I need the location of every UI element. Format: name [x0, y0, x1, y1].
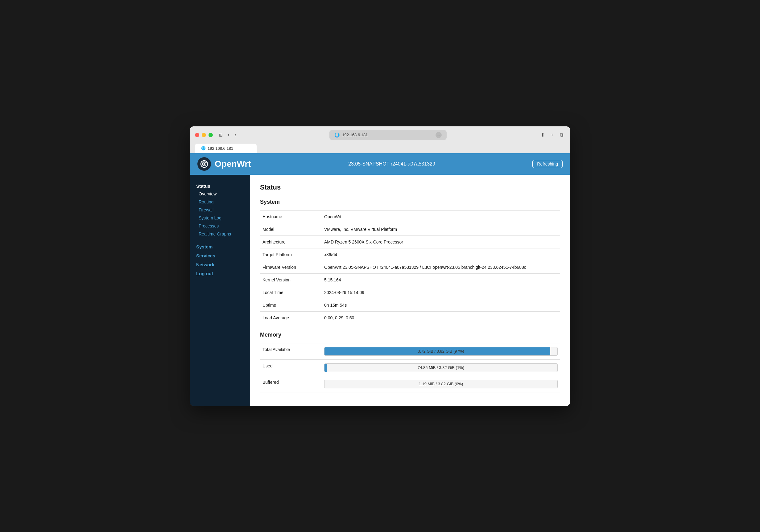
table-row: Buffered 1.19 MiB / 3.82 GiB (0%): [260, 376, 560, 392]
row-label: Hostname: [260, 210, 322, 223]
chevron-down-icon[interactable]: ▾: [226, 132, 231, 138]
table-row: ModelVMware, Inc. VMware Virtual Platfor…: [260, 223, 560, 236]
sidebar-system-heading[interactable]: System: [190, 242, 250, 250]
windows-button[interactable]: ⧉: [558, 130, 565, 140]
close-traffic-light[interactable]: [195, 133, 199, 137]
table-row: Total Available 3.72 GiB / 3.82 GiB (97%…: [260, 343, 560, 359]
globe-icon: 🌐: [334, 133, 340, 138]
browser-chrome: ⊞ ▾ ‹ 🌐 192.168.6.181 ··· ⬆ + ⧉ 🌐 192.16…: [190, 126, 570, 153]
row-value: 0h 15m 54s: [322, 299, 560, 311]
row-label: Architecture: [260, 236, 322, 248]
app-container: OpenWrt 23.05-SNAPSHOT r24041-a07a531329…: [190, 153, 570, 406]
row-label: Firmware Version: [260, 261, 322, 273]
row-label: Used: [260, 359, 322, 376]
address-bar-wrapper: 🌐 192.168.6.181 ···: [240, 130, 536, 140]
memory-bar-container: 1.19 MiB / 3.82 GiB (0%): [324, 380, 558, 388]
main-content: Status System HostnameOpenWrtModelVMware…: [250, 175, 570, 406]
fullscreen-traffic-light[interactable]: [209, 133, 213, 137]
row-label: Kernel Version: [260, 273, 322, 286]
table-row: Firmware VersionOpenWrt 23.05-SNAPSHOT r…: [260, 261, 560, 273]
traffic-lights: [195, 133, 213, 137]
table-row: Local Time2024-08-26 15:14:09: [260, 286, 560, 299]
app-body: Status Overview Routing Firewall System …: [190, 175, 570, 406]
row-label: Local Time: [260, 286, 322, 299]
table-row: Kernel Version5.15.164: [260, 273, 560, 286]
system-info-table: HostnameOpenWrtModelVMware, Inc. VMware …: [260, 210, 560, 324]
row-value: 2024-08-26 15:14:09: [322, 286, 560, 299]
back-button[interactable]: ‹: [233, 130, 238, 139]
sidebar-item-firewall[interactable]: Firewall: [190, 206, 250, 214]
row-label: Uptime: [260, 299, 322, 311]
sidebar-item-processes[interactable]: Processes: [190, 222, 250, 230]
sidebar: Status Overview Routing Firewall System …: [190, 175, 250, 406]
row-label: Buffered: [260, 376, 322, 392]
tab-title: 192.168.6.181: [208, 146, 233, 151]
row-value: VMware, Inc. VMware Virtual Platform: [322, 223, 560, 236]
browser-actions: ⬆ + ⧉: [539, 130, 565, 140]
version-text: 23.05-SNAPSHOT r24041-a07a531329: [251, 161, 533, 167]
sidebar-item-system-log[interactable]: System Log: [190, 214, 250, 222]
memory-bar-container: 74.85 MiB / 3.82 GiB (1%): [324, 363, 558, 372]
row-label: Load Average: [260, 311, 322, 324]
system-section-title: System: [260, 199, 560, 205]
svg-point-2: [204, 163, 205, 164]
new-tab-button[interactable]: +: [549, 130, 555, 140]
table-row: ArchitectureAMD Ryzen 5 2600X Six-Core P…: [260, 236, 560, 248]
table-row: Uptime0h 15m 54s: [260, 299, 560, 311]
tab-globe-icon: 🌐: [201, 146, 206, 151]
address-more-button[interactable]: ···: [436, 132, 442, 138]
sidebar-toggle-button[interactable]: ⊞: [218, 131, 224, 139]
row-value: x86/64: [322, 248, 560, 261]
memory-bar-text: 74.85 MiB / 3.82 GiB (1%): [324, 364, 557, 372]
sidebar-item-overview[interactable]: Overview: [190, 190, 250, 198]
row-value: AMD Ryzen 5 2600X Six-Core Processor: [322, 236, 560, 248]
memory-bar-container: 3.72 GiB / 3.82 GiB (97%): [324, 347, 558, 356]
address-text: 192.168.6.181: [342, 133, 368, 137]
row-label: Total Available: [260, 343, 322, 359]
logo-area: OpenWrt: [197, 157, 251, 171]
sidebar-item-realtime-graphs[interactable]: Realtime Graphs: [190, 230, 250, 238]
memory-section-title: Memory: [260, 332, 560, 338]
browser-tabs: 🌐 192.168.6.181: [195, 142, 565, 153]
row-value: 3.72 GiB / 3.82 GiB (97%): [322, 343, 560, 359]
sidebar-services-heading[interactable]: Services: [190, 250, 250, 259]
app-header: OpenWrt 23.05-SNAPSHOT r24041-a07a531329…: [190, 153, 570, 175]
row-label: Model: [260, 223, 322, 236]
openwrt-logo-icon: [197, 157, 211, 171]
table-row: Used 74.85 MiB / 3.82 GiB (1%): [260, 359, 560, 376]
table-row: Target Platformx86/64: [260, 248, 560, 261]
memory-bar-text: 1.19 MiB / 3.82 GiB (0%): [324, 380, 557, 388]
refreshing-label: Refreshing: [537, 161, 558, 166]
row-value: OpenWrt: [322, 210, 560, 223]
share-button[interactable]: ⬆: [539, 130, 546, 140]
table-row: Load Average0.00, 0.29, 0.50: [260, 311, 560, 324]
logo-text: OpenWrt: [215, 159, 251, 169]
refreshing-badge: Refreshing: [532, 160, 563, 168]
page-title: Status: [260, 183, 560, 192]
sidebar-status-heading: Status: [190, 181, 250, 190]
minimize-traffic-light[interactable]: [202, 133, 206, 137]
browser-controls: ⊞ ▾ ‹ 🌐 192.168.6.181 ··· ⬆ + ⧉: [195, 130, 565, 140]
row-value: OpenWrt 23.05-SNAPSHOT r24041-a07a531329…: [322, 261, 560, 273]
memory-bar-text: 3.72 GiB / 3.82 GiB (97%): [324, 347, 557, 355]
sidebar-logout[interactable]: Log out: [190, 268, 250, 277]
address-bar[interactable]: 🌐 192.168.6.181 ···: [329, 130, 447, 140]
table-row: HostnameOpenWrt: [260, 210, 560, 223]
row-label: Target Platform: [260, 248, 322, 261]
memory-table: Total Available 3.72 GiB / 3.82 GiB (97%…: [260, 343, 560, 392]
row-value: 0.00, 0.29, 0.50: [322, 311, 560, 324]
row-value: 5.15.164: [322, 273, 560, 286]
row-value: 74.85 MiB / 3.82 GiB (1%): [322, 359, 560, 376]
sidebar-network-heading[interactable]: Network: [190, 259, 250, 268]
row-value: 1.19 MiB / 3.82 GiB (0%): [322, 376, 560, 392]
sidebar-item-routing[interactable]: Routing: [190, 198, 250, 206]
active-tab[interactable]: 🌐 192.168.6.181: [195, 144, 257, 153]
browser-window: ⊞ ▾ ‹ 🌐 192.168.6.181 ··· ⬆ + ⧉ 🌐 192.16…: [190, 126, 570, 406]
